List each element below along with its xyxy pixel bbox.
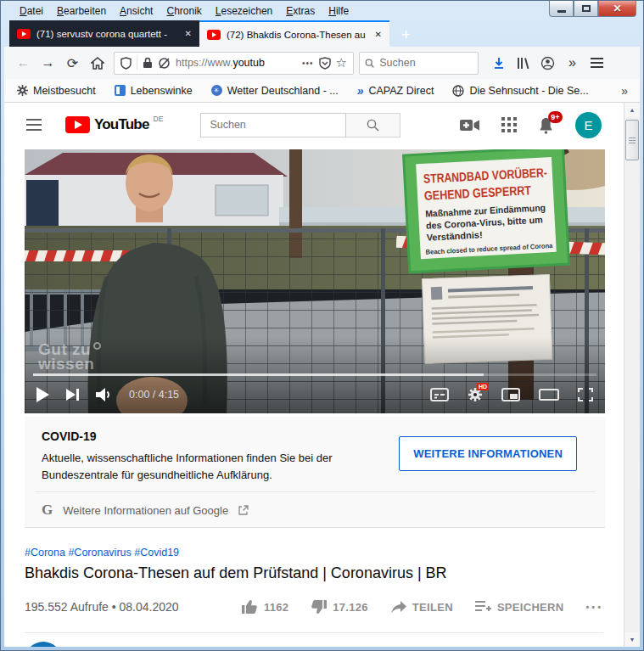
view-count-and-date: 195.552 Aufrufe • 08.04.2020 — [25, 600, 179, 614]
fullscreen-button[interactable] — [578, 388, 593, 401]
bookmark-label: Wetter Deutschland - ... — [227, 85, 339, 97]
browser-search-input[interactable] — [379, 57, 473, 69]
library-icon — [517, 57, 530, 70]
browser-window: Datei Bearbeiten Ansicht Chronik Lesezei… — [0, 0, 644, 651]
forward-button[interactable]: → — [36, 52, 59, 75]
back-button[interactable]: ← — [12, 52, 35, 75]
menu-lesezeichen[interactable]: Lesezeichen — [209, 3, 279, 20]
account-avatar[interactable]: E — [575, 112, 602, 138]
more-information-button[interactable]: WEITERE INFORMATIONEN — [399, 436, 577, 471]
save-button[interactable]: SPEICHERN — [475, 600, 564, 614]
tab-title: (72) Bhakdis Corona-Thesen au — [227, 30, 369, 40]
settings-button[interactable]: HD — [468, 387, 483, 402]
tab-bar: (71) servustv corona quartett - ✕ (72) B… — [1, 20, 643, 47]
bookmark-capaz[interactable]: » CAPAZ Direct — [357, 84, 434, 98]
subtitles-button[interactable] — [430, 388, 449, 401]
miniplayer-button[interactable] — [501, 388, 520, 401]
reload-button[interactable]: ⟳ — [61, 52, 84, 75]
search-icon — [365, 58, 374, 69]
minimize-button[interactable] — [549, 1, 574, 17]
page-actions-button[interactable]: ••• — [302, 59, 314, 68]
url-bar[interactable]: https://www.youtub ••• ☆ — [114, 52, 354, 75]
shield-icon[interactable] — [120, 57, 132, 70]
menu-hilfe[interactable]: Hilfe — [322, 3, 356, 20]
play-button[interactable] — [36, 387, 49, 402]
share-icon — [390, 600, 406, 615]
youtube-search-box[interactable] — [200, 113, 346, 137]
apps-grid-icon[interactable] — [501, 117, 517, 132]
video-actions: 1162 17.126 TEILEN SPEICHERN ••• — [242, 599, 603, 615]
more-actions-button[interactable]: ••• — [585, 602, 603, 612]
bookmark-lebenswinke[interactable]: Lebenswinke — [115, 85, 193, 97]
video-player[interactable]: STRANDBAD VORÜBER- GEHEND GESPERRT Maßna… — [25, 149, 605, 413]
tab-title: (71) servustv corona quartett - — [36, 29, 179, 39]
tab-close-icon[interactable]: ✕ — [185, 29, 192, 38]
close-button[interactable]: ✕ — [598, 1, 636, 17]
app-menu-button[interactable] — [585, 52, 608, 75]
volume-button[interactable] — [96, 388, 112, 401]
bookmark-star-icon[interactable]: ☆ — [336, 55, 347, 70]
menu-bearbeiten[interactable]: Bearbeiten — [50, 3, 113, 20]
google-link-label: Weitere Informationen auf Google — [63, 504, 228, 517]
bookmark-wetter[interactable]: ✳ Wetter Deutschland - ... — [211, 85, 339, 97]
external-link-icon — [238, 505, 249, 515]
create-video-icon[interactable] — [460, 119, 480, 132]
tab-close-icon[interactable]: ✕ — [375, 30, 382, 39]
scroll-up-button[interactable]: ▲ — [624, 103, 640, 117]
like-count: 1162 — [264, 601, 288, 614]
browser-search-bar[interactable] — [359, 52, 479, 75]
add-to-playlist-icon — [475, 600, 491, 614]
bookmark-label: CAPAZ Direct — [369, 85, 434, 97]
toolbar-overflow-button[interactable]: » — [561, 52, 584, 75]
youtube-region: DE — [154, 115, 164, 123]
account-button[interactable] — [536, 52, 559, 75]
scroll-down-button[interactable]: ▼ — [624, 632, 640, 647]
menu-datei[interactable]: Datei — [13, 3, 50, 20]
library-button[interactable] — [512, 52, 535, 75]
tab-bhakdis-active[interactable]: (72) Bhakdis Corona-Thesen au ✕ — [199, 20, 389, 47]
new-tab-button[interactable]: + — [401, 26, 411, 42]
home-button[interactable] — [86, 52, 109, 75]
channel-avatar[interactable] — [25, 642, 62, 647]
bookmark-label: Die Sehnsucht - Die Se... — [469, 85, 588, 97]
menu-extras[interactable]: Extras — [279, 3, 322, 20]
google-info-link[interactable]: G Weitere Informationen auf Google — [42, 502, 249, 519]
video-hashtags[interactable]: #Corona #Coronavirus #Covid19 — [25, 547, 603, 558]
download-icon — [493, 57, 505, 70]
menu-chronik[interactable]: Chronik — [160, 3, 208, 20]
permissions-blocked-icon[interactable] — [158, 57, 171, 70]
page-scrollbar[interactable]: ▲ ▼ — [624, 103, 640, 647]
covid-info-panel: COVID-19 Aktuelle, wissenschaftliche Inf… — [25, 417, 605, 528]
scrollbar-thumb[interactable] — [625, 120, 639, 160]
pocket-icon[interactable] — [319, 57, 331, 70]
bookmark-sehnsucht[interactable]: Die Sehnsucht - Die Se... — [452, 85, 588, 97]
window-controls: ✕ — [549, 1, 636, 17]
menu-bar: Datei Bearbeiten Ansicht Chronik Lesezei… — [1, 1, 643, 20]
theater-mode-button[interactable] — [539, 388, 559, 401]
youtube-search-button[interactable] — [346, 113, 400, 137]
bookmarks-overflow-button[interactable]: » — [621, 84, 628, 98]
watermark-ring-icon — [93, 342, 101, 350]
dislike-button[interactable]: 17.126 — [311, 599, 368, 615]
tab-servustv[interactable]: (71) servustv corona quartett - ✕ — [9, 20, 199, 47]
maximize-button[interactable] — [574, 1, 598, 17]
youtube-page: YouTube DE 9+ — [4, 103, 624, 647]
notifications-button[interactable]: 9+ — [538, 116, 554, 134]
next-button[interactable] — [66, 388, 79, 401]
youtube-favicon — [17, 29, 31, 39]
thumbs-up-icon — [242, 599, 258, 615]
youtube-header-actions: 9+ E — [460, 112, 602, 138]
youtube-play-icon — [65, 116, 90, 133]
youtube-menu-button[interactable] — [26, 119, 42, 131]
share-button[interactable]: TEILEN — [390, 600, 453, 615]
video-meta-row: 195.552 Aufrufe • 08.04.2020 1162 17.126… — [25, 593, 603, 620]
downloads-button[interactable] — [487, 52, 510, 75]
menu-ansicht[interactable]: Ansicht — [113, 3, 160, 20]
lock-icon[interactable] — [143, 57, 153, 69]
like-button[interactable]: 1162 — [242, 599, 288, 615]
youtube-logo[interactable]: YouTube DE — [65, 116, 163, 133]
youtube-search-input[interactable] — [210, 119, 337, 131]
hamburger-icon — [591, 58, 603, 68]
bookmark-meistbesucht[interactable]: Meistbesucht — [16, 85, 96, 97]
bookmark-label: Lebenswinke — [131, 85, 193, 97]
